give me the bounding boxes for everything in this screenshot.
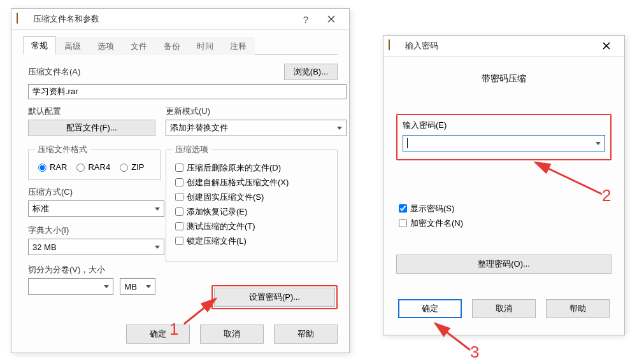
format-group: 压缩文件格式 RAR RAR4 ZIP [28, 144, 161, 180]
ok-button[interactable]: 确定 [126, 325, 190, 344]
annotation-label-1: 1 [169, 319, 178, 339]
chevron-down-icon [596, 142, 601, 145]
split-unit-select[interactable]: MB [120, 278, 155, 295]
password-subhead: 带密码压缩 [396, 73, 612, 85]
cancel-button[interactable]: 取消 [200, 325, 264, 344]
opt-solid[interactable]: 创建固实压缩文件(S) [173, 191, 331, 203]
options-group: 压缩选项 压缩后删除原来的文件(D) 创建自解压格式压缩文件(X) 创建固实压缩… [166, 144, 338, 262]
update-mode-select[interactable]: 添加并替换文件 [166, 120, 347, 136]
titlebar[interactable]: 输入密码 [383, 36, 624, 57]
close-icon[interactable] [594, 37, 619, 55]
tab-files[interactable]: 文件 [122, 37, 155, 55]
winrar-icon [17, 13, 28, 25]
chevron-down-icon [104, 285, 109, 288]
split-size-select[interactable] [28, 278, 113, 295]
tab-time[interactable]: 时间 [189, 37, 222, 55]
radio-rar4[interactable]: RAR4 [73, 162, 110, 172]
password-input-label: 输入密码(E) [403, 120, 605, 131]
opt-lock[interactable]: 锁定压缩文件(L) [173, 235, 331, 247]
window-title: 压缩文件名和参数 [33, 13, 293, 25]
method-label: 压缩方式(C) [28, 186, 155, 198]
radio-zip[interactable]: ZIP [117, 162, 144, 172]
help-button[interactable]: 帮助 [274, 325, 338, 344]
chevron-down-icon [146, 285, 151, 288]
annotation-label-2: 2 [602, 186, 611, 206]
radio-rar[interactable]: RAR [35, 162, 67, 172]
password-highlight-box: 输入密码(E) [396, 114, 612, 160]
archive-name-label: 压缩文件名(A) [28, 66, 80, 78]
opt-test[interactable]: 测试压缩的文件(T) [173, 220, 331, 232]
cancel-button[interactable]: 取消 [472, 299, 536, 318]
titlebar[interactable]: 压缩文件名和参数 ? [11, 9, 349, 30]
default-cfg-label: 默认配置 [28, 106, 155, 117]
winrar-icon [389, 40, 400, 52]
dict-label: 字典大小(I) [28, 225, 155, 236]
window-title: 输入密码 [405, 40, 594, 52]
method-select[interactable]: 标准 [28, 200, 164, 217]
tab-backup[interactable]: 备份 [155, 37, 189, 55]
show-password-checkbox[interactable]: 显示密码(S) [396, 202, 612, 214]
text-cursor-icon [407, 138, 408, 148]
opt-sfx[interactable]: 创建自解压格式压缩文件(X) [173, 176, 331, 188]
tab-options[interactable]: 选项 [89, 37, 122, 55]
dict-select[interactable]: 32 MB [28, 239, 164, 255]
archive-dialog: 压缩文件名和参数 ? 常规 高级 选项 文件 备份 时间 注释 压缩文件名(A)… [11, 9, 349, 353]
chevron-down-icon [155, 207, 160, 211]
split-label: 切分为分卷(V)，大小 [28, 264, 155, 276]
chevron-down-icon [155, 246, 160, 249]
dict-value: 32 MB [32, 242, 57, 252]
tab-general[interactable]: 常规 [23, 36, 56, 55]
tab-bar: 常规 高级 选项 文件 备份 时间 注释 [23, 36, 338, 55]
help-button[interactable]: 帮助 [546, 299, 610, 318]
format-legend: 压缩文件格式 [35, 144, 90, 155]
split-unit-value: MB [124, 282, 137, 291]
manage-passwords-button[interactable]: 整理密码(O)... [396, 255, 612, 274]
config-button[interactable]: 配置文件(F)... [28, 120, 155, 136]
annotation-label-3: 3 [470, 342, 479, 362]
options-legend: 压缩选项 [173, 144, 211, 155]
opt-delete-after[interactable]: 压缩后删除原来的文件(D) [173, 162, 331, 174]
encrypt-filenames-checkbox[interactable]: 加密文件名(N) [396, 217, 612, 229]
help-icon[interactable]: ? [293, 10, 318, 28]
browse-button[interactable]: 浏览(B)... [284, 64, 338, 80]
close-icon[interactable] [318, 10, 344, 28]
set-password-button[interactable]: 设置密码(P)... [214, 288, 335, 307]
password-dialog: 输入密码 带密码压缩 输入密码(E) 显示密码(S) 加密文件名(N) 整理密码… [383, 36, 624, 335]
opt-recovery[interactable]: 添加恢复记录(E) [173, 206, 331, 218]
tab-advanced[interactable]: 高级 [56, 37, 89, 55]
archive-name-input[interactable] [28, 84, 347, 99]
update-mode-value: 添加并替换文件 [170, 122, 228, 134]
tab-comment[interactable]: 注释 [222, 37, 255, 55]
password-input[interactable] [403, 135, 605, 151]
update-mode-label: 更新模式(U) [166, 106, 338, 117]
method-value: 标准 [32, 203, 49, 214]
ok-button[interactable]: 确定 [398, 299, 462, 318]
chevron-down-icon [337, 127, 342, 130]
